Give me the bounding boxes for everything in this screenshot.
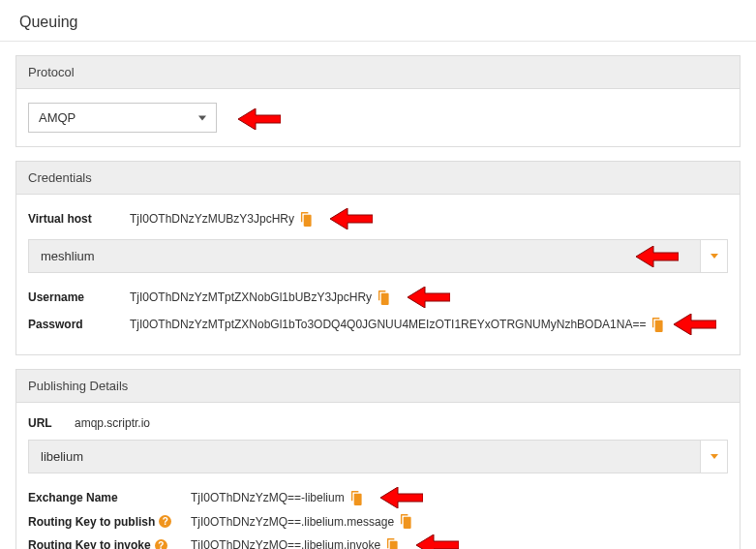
page-title: Queuing	[0, 0, 756, 42]
annotation-arrow-icon	[636, 246, 679, 267]
virtual-host-value: TjI0OThDNzYzMUBzY3JpcHRy	[130, 212, 294, 226]
annotation-arrow-icon	[380, 487, 423, 508]
username-value: TjI0OThDNzYzMTptZXNobGl1bUBzY3JpcHRy	[130, 290, 372, 304]
help-icon[interactable]: ?	[159, 515, 171, 528]
url-label: URL	[28, 416, 75, 430]
credentials-dropdown-button[interactable]	[700, 240, 727, 272]
routing-key-publish-label-text: Routing Key to publish	[28, 515, 155, 529]
copy-icon[interactable]	[300, 212, 313, 227]
protocol-header: Protocol	[16, 56, 740, 89]
chevron-down-icon	[711, 454, 718, 459]
annotation-arrow-icon	[408, 287, 450, 308]
copy-icon[interactable]	[651, 318, 664, 332]
chevron-down-icon	[711, 254, 718, 259]
copy-icon[interactable]	[350, 491, 363, 505]
publishing-dropdown[interactable]: libelium	[28, 440, 728, 473]
routing-key-invoke-label: Routing Key to invoke ?	[28, 538, 191, 549]
url-value: amqp.scriptr.io	[75, 416, 150, 430]
publishing-dropdown-button[interactable]	[700, 441, 727, 473]
copy-icon[interactable]	[400, 514, 412, 529]
help-icon[interactable]: ?	[155, 539, 167, 550]
protocol-panel: Protocol AMQP	[15, 55, 741, 147]
chevron-down-icon	[198, 115, 206, 120]
publishing-panel: Publishing Details URL amqp.scriptr.io l…	[15, 369, 741, 549]
copy-icon[interactable]	[378, 290, 390, 305]
exchange-name-value: TjI0OThDNzYzMQ==-libelium	[191, 491, 345, 504]
password-value: TjI0OThDNzYzMTptZXNobGl1bTo3ODQ4Q0JGNUU4…	[130, 318, 646, 331]
credentials-panel: Credentials Virtual host TjI0OThDNzYzMUB…	[15, 161, 741, 355]
routing-key-publish-label: Routing Key to publish ?	[28, 515, 191, 529]
password-label: Password	[28, 318, 130, 331]
annotation-arrow-icon	[330, 208, 373, 229]
credentials-header: Credentials	[16, 162, 740, 195]
annotation-arrow-icon	[674, 314, 716, 335]
publishing-header: Publishing Details	[16, 370, 740, 403]
credentials-dropdown-value: meshlium	[29, 240, 700, 272]
routing-key-publish-value: TjI0OThDNzYzMQ==.libelium.message	[191, 515, 394, 529]
annotation-arrow-icon	[416, 534, 459, 549]
protocol-select-value: AMQP	[39, 110, 76, 125]
routing-key-invoke-label-text: Routing Key to invoke	[28, 538, 151, 549]
routing-key-invoke-value: TjI0OThDNzYzMQ==.libelium.invoke	[191, 538, 380, 549]
virtual-host-label: Virtual host	[28, 212, 130, 226]
credentials-dropdown[interactable]: meshlium	[28, 239, 728, 273]
publishing-dropdown-value: libelium	[29, 441, 700, 473]
username-label: Username	[28, 290, 130, 304]
annotation-arrow-icon	[238, 108, 281, 130]
protocol-select[interactable]: AMQP	[28, 103, 217, 133]
exchange-name-label: Exchange Name	[28, 491, 191, 504]
copy-icon[interactable]	[386, 538, 399, 550]
